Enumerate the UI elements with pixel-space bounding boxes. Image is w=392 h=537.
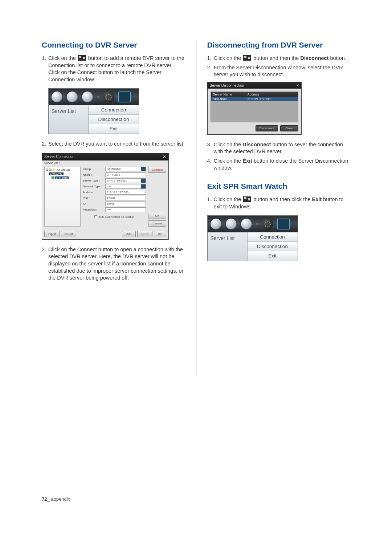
right-step-3: 3. Click on the Disconnect button to sev… — [207, 141, 351, 155]
tree-root[interactable]: ⊟ ☑ 📁 All Groups — [46, 168, 79, 171]
gear-icon — [262, 219, 273, 229]
step-text: Select the DVR you want to connect to fr… — [48, 141, 185, 148]
network-icon — [78, 55, 86, 61]
dialog-footer: Import Export Add Update Del — [42, 229, 168, 239]
col-address: Address — [245, 92, 298, 97]
menu-connection[interactable]: Connection — [248, 232, 298, 242]
right-step-1: 1. Click on the button and then the Disc… — [207, 55, 351, 62]
globe-icon — [226, 219, 237, 229]
dialog-titlebar: Server Connection ✕ — [42, 153, 168, 160]
add-button[interactable]: Add — [122, 231, 136, 237]
step-text: From the Server Disconnection window, se… — [214, 64, 351, 78]
update-button[interactable]: Update — [137, 231, 152, 237]
right-step-4: 4. Click on the Exit button to close the… — [207, 158, 351, 172]
label-server-type: Server Type : — [83, 179, 104, 182]
server-list-header: Server List : — [42, 160, 168, 164]
input-server-type[interactable]: SPR 9716/9816 — [105, 178, 146, 183]
popup-menu: Connection Disconnection Exit — [248, 232, 298, 261]
close-icon[interactable]: ✕ — [296, 84, 299, 88]
label-address: Address : — [83, 191, 104, 194]
tool-icon — [241, 219, 252, 229]
toolbar-icons-row — [49, 89, 139, 105]
step-text: Click on the Connect button to open a co… — [48, 246, 185, 282]
left-column: Connecting to DVR Server 1. Click on the… — [42, 41, 185, 375]
tree-server-selected[interactable]: SPR-9816 — [52, 176, 79, 179]
separator-dot-icon — [256, 223, 258, 225]
dialog-side-buttons: Connect OK Cancel — [148, 167, 166, 227]
dialog-title: Server Disconnection — [210, 84, 244, 88]
left-step-3: 3. Click on the Connect button to open a… — [42, 246, 185, 282]
right-column: Disconnecting from DVR Server 1. Click o… — [196, 41, 351, 375]
ok-button[interactable]: OK — [148, 213, 166, 219]
figure-server-connection-dialog: Server Connection ✕ Server List : ⊟ ☑ 📁 … — [42, 153, 169, 240]
menu-disconnection[interactable]: Disconnection — [89, 115, 139, 124]
table-row[interactable]: SPR-9816 210.121.177.230 — [211, 97, 298, 101]
figure-server-disconnection-dialog: Server Disconnection ✕ Server Name Addre… — [207, 82, 302, 135]
heading-connecting: Connecting to DVR Server — [42, 41, 185, 49]
close-button[interactable]: Close — [280, 125, 298, 131]
network-icon — [243, 55, 251, 61]
label-name: Name : — [83, 173, 104, 176]
tree-group[interactable]: SAMSUNG — [49, 172, 64, 175]
page-footer: 72_ appendix — [42, 496, 70, 502]
gear-icon — [103, 91, 114, 102]
menu-disconnection[interactable]: Disconnection — [248, 242, 298, 251]
left-step-1: 1. Click on the button to add a remote D… — [42, 55, 185, 83]
server-form: Group :SAMSUNG Name :SPR-9816 Server Typ… — [83, 167, 146, 227]
toolbar-icons-row — [208, 216, 298, 232]
page-number: 72 — [42, 496, 47, 502]
close-icon[interactable]: ✕ — [163, 154, 166, 159]
server-list-label: Server List — [49, 105, 89, 134]
server-table: Server Name Address SPR-9816 210.121.177… — [211, 91, 298, 122]
figure-toolbar-menu-2: Server List Connection Disconnection Exi… — [207, 215, 298, 261]
export-button[interactable]: Export — [61, 231, 76, 237]
step-text: Click on the — [48, 55, 77, 61]
left-step-2: 2. Select the DVR you want to connect to… — [42, 141, 185, 148]
auto-connect-row[interactable]: Auto Connection on Startup — [83, 213, 146, 219]
input-group[interactable]: SAMSUNG — [105, 167, 146, 171]
input-id[interactable]: admin — [105, 202, 146, 206]
col-server-name: Server Name — [211, 92, 245, 97]
connect-button[interactable]: Connect — [148, 167, 166, 173]
server-list-label: Server List — [208, 232, 248, 261]
menu-connection[interactable]: Connection — [89, 105, 139, 115]
table-header: Server Name Address — [211, 92, 298, 97]
exit-step-1: 1. Click on the button and then click th… — [207, 196, 351, 210]
heading-exit: Exit SPR Smart Watch — [207, 182, 351, 191]
manual-page: Connecting to DVR Server 1. Click on the… — [42, 41, 350, 502]
input-address[interactable]: 210.121.177.230 — [105, 190, 146, 195]
input-password[interactable]: **** — [105, 207, 146, 212]
menu-exit[interactable]: Exit — [248, 251, 298, 261]
label-port: Port : — [83, 196, 104, 200]
tool-icon — [82, 91, 93, 102]
section-label: appendix — [51, 496, 70, 502]
label-network-type: Network Type : — [83, 185, 104, 188]
cancel-button[interactable]: Cancel — [148, 220, 166, 227]
menu-exit[interactable]: Exit — [89, 124, 139, 134]
network-panel-icon — [118, 91, 131, 102]
separator-dot-icon — [97, 96, 99, 98]
import-button[interactable]: Import — [44, 231, 60, 237]
label-id: ID : — [83, 202, 104, 206]
network-panel-icon — [277, 219, 290, 229]
record-icon — [211, 219, 221, 229]
label-group: Group : — [83, 167, 104, 171]
right-step-2: 2. From the Server Disconnection window,… — [207, 64, 351, 78]
disconnect-button[interactable]: Disconnect — [256, 125, 278, 131]
input-network-type[interactable]: Lan — [105, 184, 146, 189]
heading-disconnecting: Disconnecting from DVR Server — [207, 41, 351, 49]
dialog-title: Server Connection — [44, 155, 74, 159]
dialog-titlebar: Server Disconnection ✕ — [208, 82, 301, 89]
checkbox-icon[interactable] — [94, 215, 97, 218]
record-icon — [52, 91, 62, 102]
del-button[interactable]: Del — [154, 231, 166, 237]
popup-menu: Connection Disconnection Exit — [89, 105, 139, 134]
globe-icon — [67, 91, 78, 102]
input-port[interactable]: 12000 — [105, 196, 146, 200]
server-tree[interactable]: ⊟ ☑ 📁 All Groups SAMSUNG SPR-9816 — [44, 167, 81, 227]
network-icon — [243, 196, 251, 202]
label-password: Password : — [83, 208, 104, 211]
checkbox-icon[interactable] — [52, 176, 54, 179]
input-name[interactable]: SPR-9816 — [105, 172, 146, 177]
figure-toolbar-menu: Server List Connection Disconnection Exi… — [48, 88, 139, 134]
